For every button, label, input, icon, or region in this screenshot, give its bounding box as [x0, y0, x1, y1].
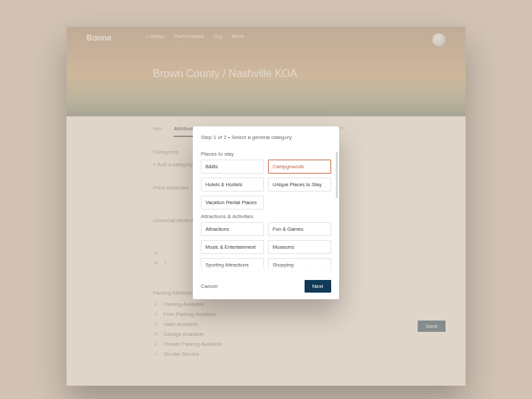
attr-label: Garage Available [164, 331, 204, 337]
option-b-bs[interactable]: B&Bs [201, 160, 264, 174]
option-museums[interactable]: Museums [268, 240, 331, 254]
tab-info[interactable]: Info [153, 126, 162, 137]
modal-scroll[interactable]: Places to stayB&BsCampgroundsHotels & Ho… [201, 147, 331, 273]
next-button[interactable]: Next [305, 280, 331, 293]
check-icon: ✓ [153, 351, 158, 357]
attr-label: Free Parking Available [164, 311, 217, 317]
attr-row: ✓Private Parking Available [153, 341, 446, 347]
attr-row: ✕Garage Available [153, 331, 446, 337]
save-button[interactable]: Save [418, 321, 446, 332]
nav-listings[interactable]: Listings [146, 33, 164, 39]
x-icon: ✕ [153, 331, 158, 337]
scroll-fade [201, 264, 331, 273]
nav-more[interactable]: More [231, 33, 243, 39]
option-music-entertainment[interactable]: Music & Entertainment [201, 240, 264, 254]
option-hotels-hostels[interactable]: Hotels & Hostels [201, 178, 264, 192]
option-unique-places-to-stay[interactable]: Unique Places to Stay [268, 178, 331, 192]
group-label: Places to stay [201, 151, 331, 157]
option-fun-games[interactable]: Fun & Games [268, 222, 331, 236]
modal-step: Step 1 of 2 • Select a general category [201, 134, 331, 140]
question-icon: ? [164, 260, 166, 266]
attr-label: Parking Available [164, 301, 204, 307]
group-label: Attractions & Activities [201, 213, 331, 219]
cancel-button[interactable]: Cancel [201, 283, 217, 289]
check-icon: ✓ [153, 311, 158, 317]
attr-label: Valet Available [164, 321, 198, 327]
x-icon: ✕ [153, 250, 158, 256]
check-icon: ✓ [153, 301, 158, 307]
page-title: Brown County / Nashville KOA [153, 68, 297, 80]
attr-row: ✓Shuttle Service [153, 351, 446, 357]
attr-row: ✓Parking Available [153, 301, 446, 307]
attr-row: ✓Free Parking Available [153, 311, 446, 317]
option-attractions[interactable]: Attractions [201, 222, 264, 236]
nav-org[interactable]: Org [213, 33, 222, 39]
attr-label: Private Parking Available [164, 341, 222, 347]
brand-logo[interactable]: Boone [86, 33, 446, 43]
scrollbar[interactable] [336, 152, 338, 198]
check-icon: ✓ [153, 341, 158, 347]
x-icon: ✕ [153, 321, 158, 327]
avatar[interactable] [432, 33, 446, 47]
attr-row: ✕Valet Available [153, 321, 446, 327]
x-icon: ✕ [153, 260, 158, 266]
attr-label: Shuttle Service [164, 351, 200, 357]
top-nav: ListingsPerformanceOrgMore [146, 33, 244, 39]
category-modal: Step 1 of 2 • Select a general category … [193, 126, 339, 299]
hero-banner: Boone ListingsPerformanceOrgMore Brown C… [66, 27, 466, 116]
option-campgrounds[interactable]: Campgrounds [268, 160, 331, 174]
option-vacation-rental-places[interactable]: Vacation Rental Places [201, 196, 264, 209]
nav-performance[interactable]: Performance [174, 33, 204, 39]
